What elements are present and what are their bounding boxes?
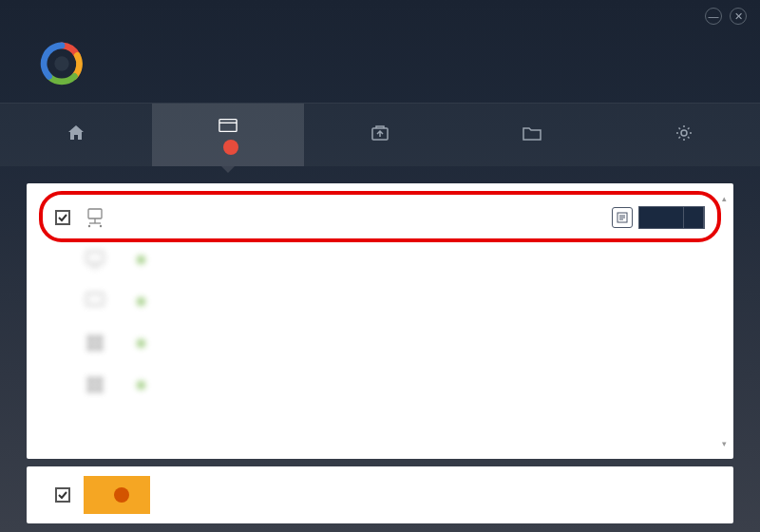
svg-point-4	[681, 130, 687, 136]
home-icon	[66, 124, 86, 142]
svg-rect-17	[87, 335, 94, 342]
svg-rect-20	[96, 344, 103, 351]
nav-home[interactable]	[0, 104, 152, 166]
svg-rect-21	[87, 377, 94, 384]
scroll-up-icon[interactable]: ▴	[718, 193, 730, 204]
monitor-icon	[84, 248, 106, 271]
minimize-button[interactable]: —	[705, 8, 722, 25]
download-badge	[114, 487, 129, 503]
svg-rect-18	[96, 335, 103, 342]
updates-badge	[223, 140, 238, 155]
scrollbar[interactable]: ▴ ▾	[718, 193, 730, 449]
update-button[interactable]	[638, 206, 686, 229]
gear-icon	[674, 124, 694, 142]
row-checkbox[interactable]	[55, 210, 70, 225]
driver-info-button[interactable]	[612, 207, 633, 228]
download-install-button[interactable]	[84, 476, 150, 514]
scroll-down-icon[interactable]: ▾	[718, 438, 730, 449]
main-nav	[0, 103, 760, 166]
nav-restore[interactable]	[456, 104, 608, 166]
driver-row-blurred	[55, 238, 705, 280]
nav-driver-updates[interactable]	[152, 104, 304, 166]
app-logo-icon	[40, 42, 84, 86]
windows-icon	[84, 332, 106, 354]
svg-rect-14	[86, 252, 104, 263]
audio-icon	[84, 290, 106, 313]
copyright: f t g⁺	[0, 523, 760, 532]
svg-rect-19	[87, 344, 94, 351]
svg-point-8	[88, 225, 90, 227]
network-adapter-icon	[84, 206, 106, 229]
close-button[interactable]: ✕	[730, 8, 747, 25]
restore-icon	[522, 124, 542, 142]
footer-panel	[27, 466, 733, 523]
driver-row-blurred	[55, 280, 705, 322]
nav-backup[interactable]	[304, 104, 456, 166]
nav-settings[interactable]	[608, 104, 760, 166]
svg-rect-1	[219, 120, 237, 132]
svg-rect-16	[86, 294, 104, 305]
backup-icon	[370, 124, 390, 142]
svg-rect-22	[96, 377, 103, 384]
svg-point-0	[54, 56, 68, 70]
driver-row-highlighted[interactable]	[55, 197, 705, 238]
updates-icon	[218, 117, 238, 134]
driver-row-blurred	[55, 322, 705, 364]
svg-rect-24	[96, 386, 103, 392]
windows-icon	[84, 373, 106, 396]
select-all-checkbox[interactable]	[55, 487, 70, 503]
brand-header	[0, 32, 760, 103]
svg-rect-5	[88, 209, 102, 218]
content-panel: ▴ ▾	[27, 183, 733, 459]
driver-list	[27, 183, 733, 421]
svg-point-9	[100, 225, 102, 227]
driver-row-blurred	[55, 364, 705, 406]
svg-rect-23	[87, 386, 94, 392]
